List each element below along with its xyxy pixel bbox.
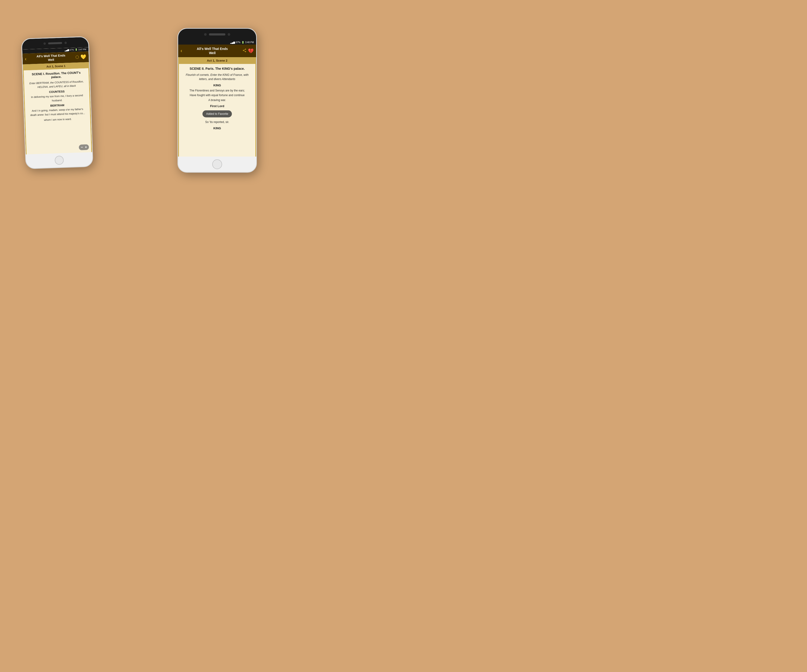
phone-1-screen: ▂▄▆ 67% 🔋 3:47 PM ‹ All's Well That Ends… [22, 47, 92, 154]
phone-1-back-button[interactable]: ‹ [25, 56, 27, 62]
phone-2-scene-header: Act 1, Scene 2 [178, 57, 256, 64]
phone-2-character-king-2: KING [183, 126, 251, 130]
phone-1-battery-icon: 🔋 [75, 48, 77, 51]
phone-2-app-title: All's Well That Ends Well [184, 47, 241, 55]
phone-1-time: 3:47 PM [78, 48, 86, 51]
phone-2-dialogue-king: The Florentines and Senoys are by the ea… [183, 88, 251, 103]
phone-1-dialogue-bertram: And I in going, madam, weep o'er my fath… [28, 107, 87, 118]
phone-1-bottom [26, 152, 93, 169]
svg-point-1 [243, 50, 244, 51]
phone-2-top [178, 29, 256, 40]
phone-2-share-icon[interactable] [242, 48, 247, 54]
phone-2-dialogue-firstlord: So 'tis reported, sir. [183, 120, 251, 124]
phone-1-camera [43, 43, 46, 45]
phone-1-dialogue-countess: In delivering my son from me, I bury a s… [28, 93, 86, 104]
phone-2-toast-container: Added to Favorite [183, 109, 251, 119]
phone-1-home-button[interactable] [55, 156, 64, 165]
phone-2-screen: ▂▄▆ 67% 🔋 3:48 PM ‹ All's Well That Ends… [178, 40, 256, 157]
phone-2-battery-percent: 67% [236, 41, 241, 44]
phone-1-stage-direction: Enter BERTRAM, the COUNTESS of Rousillon… [27, 79, 86, 89]
phone-1-heart-plus-icon[interactable]: 💛 [81, 54, 86, 60]
phone-2-time: 3:48 PM [245, 41, 254, 44]
phone-2-camera-2 [227, 33, 230, 36]
svg-line-4 [244, 49, 245, 50]
phone-2-signal: ▂▄▆ [230, 41, 235, 44]
phone-1-battery-percent: 67% [70, 48, 74, 51]
phone-2-speaker [209, 33, 225, 35]
phone-2-heart-broken-icon[interactable]: 💔 [248, 48, 254, 54]
phone-1-app-title: All's Well That Ends Well [28, 53, 74, 63]
phone-2-app-bar: ‹ All's Well That Ends Well 💔 [178, 45, 256, 57]
phone-1-zoom-controls: − + [79, 144, 89, 150]
phone-1-zoom-minus[interactable]: − [81, 145, 83, 149]
phone-1: ▂▄▆ 67% 🔋 3:47 PM ‹ All's Well That Ends… [21, 36, 93, 169]
phone-2: ▂▄▆ 67% 🔋 3:48 PM ‹ All's Well That Ends… [178, 28, 257, 173]
phone-2-content: SCENE II. Paris. The KING's palace. Flou… [178, 64, 256, 157]
svg-line-3 [244, 51, 245, 51]
phone-2-bottom [178, 157, 256, 172]
phone-2-camera [204, 33, 207, 36]
phone-2-home-button[interactable] [212, 159, 222, 169]
phone-1-share-icon[interactable]: ⬡ [75, 55, 80, 60]
svg-point-2 [245, 51, 246, 52]
phone-1-signal: ▂▄▆ [65, 49, 69, 51]
phone-1-zoom-plus[interactable]: + [85, 145, 87, 149]
phone-2-stage-direction: Flourish of cornets. Enter the KING of F… [183, 73, 251, 81]
phone-2-battery-icon: 🔋 [241, 41, 244, 44]
phone-2-toast: Added to Favorite [203, 110, 232, 118]
phone-2-back-button[interactable]: ‹ [181, 48, 182, 54]
phone-2-status-bar: ▂▄▆ 67% 🔋 3:48 PM [178, 40, 256, 45]
phone-1-dialogue-bertram-2: whom I am now in ward. [28, 117, 87, 123]
phone-2-scene-title: SCENE II. Paris. The KING's palace. [183, 67, 251, 71]
phone-2-character-firstlord: First Lord [183, 104, 251, 108]
phone-1-content: SCENE I. Rousillon. The COUNT's palace. … [23, 68, 92, 154]
phone-1-scene-title: SCENE I. Rousillon. The COUNT's palace. [27, 71, 85, 80]
svg-point-0 [245, 48, 246, 50]
main-scene: ▂▄▆ 67% 🔋 3:47 PM ‹ All's Well That Ends… [0, 0, 280, 210]
phone-1-speaker [48, 42, 62, 44]
phone-1-camera-2 [65, 41, 67, 44]
phone-2-character-king: KING [183, 84, 251, 87]
